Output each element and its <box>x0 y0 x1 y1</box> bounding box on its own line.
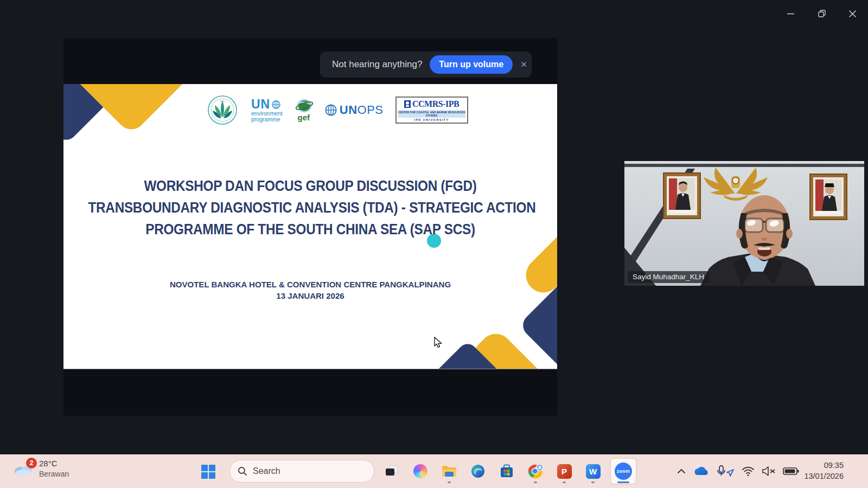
running-indicator <box>534 481 537 483</box>
tray-chevron-button[interactable] <box>677 468 686 474</box>
microphone-icon <box>718 466 725 476</box>
gef-logo: gef <box>295 99 313 122</box>
active-app-indicator <box>617 481 629 483</box>
zoom-app-button[interactable]: zoom <box>611 459 636 484</box>
microsoft-store-icon <box>500 464 514 478</box>
clock-date: 13/01/2026 <box>804 471 844 482</box>
search-icon <box>238 466 247 476</box>
unep-un-text: UN <box>251 98 270 111</box>
onedrive-button[interactable] <box>693 466 709 477</box>
zoom-label: zoom <box>617 468 630 474</box>
unops-ops-text: OPS <box>358 103 384 117</box>
volume-muted-button[interactable] <box>762 466 776 477</box>
word-button[interactable]: W <box>582 459 604 484</box>
microphone-location-button[interactable] <box>716 465 735 478</box>
slide-venue: NOVOTEL BANGKA HOTEL & CONVENTION CENTRE… <box>71 279 550 301</box>
system-tray <box>677 454 799 488</box>
task-view-button[interactable] <box>381 459 403 484</box>
gef-label: gef <box>298 113 310 122</box>
klh-ministry-logo-icon <box>208 95 237 125</box>
participant-name-label: Sayid Muhadhar_KLH <box>628 271 709 283</box>
slide-title-line1: WORKSHOP DAN FOCUS GROUP DISCUSSION (FGD… <box>88 175 533 197</box>
chevron-up-icon <box>677 468 686 474</box>
slide-title-line3: PROGRAMME OF THE SOUTH CHINA SEA (SAP SC… <box>88 219 533 240</box>
file-explorer-icon <box>442 465 457 478</box>
banner-close-icon[interactable]: ✕ <box>520 60 527 69</box>
word-letter: W <box>589 467 597 476</box>
copilot-icon <box>413 464 427 478</box>
participant-video-scene <box>624 161 864 286</box>
restore-button[interactable] <box>806 0 837 27</box>
powerpoint-letter: P <box>561 467 567 476</box>
running-indicator <box>591 481 595 483</box>
window-controls <box>775 0 868 27</box>
powerpoint-button[interactable]: P <box>553 459 575 484</box>
running-indicator <box>448 481 451 483</box>
copilot-button[interactable] <box>410 459 431 484</box>
word-icon: W <box>586 464 601 479</box>
ipb-emblem-icon <box>404 100 411 108</box>
unops-un-text: UN <box>340 103 358 117</box>
wifi-icon <box>742 466 755 477</box>
microsoft-store-button[interactable] <box>496 459 518 484</box>
taskbar-apps: P W zoom <box>381 459 636 484</box>
search-placeholder: Search <box>253 466 280 476</box>
task-view-icon <box>385 465 398 477</box>
onedrive-icon <box>693 466 709 477</box>
ccmrs-ipb-logo: CCMRS-IPB CENTER FOR COASTAL AND MARINE … <box>395 97 468 124</box>
banner-message: Not hearing anything? <box>332 59 422 70</box>
windows-logo-icon <box>201 465 215 479</box>
clock-time: 09:35 <box>804 460 844 471</box>
running-indicator <box>563 481 566 483</box>
edge-button[interactable] <box>467 459 489 484</box>
presentation-slide: UN environment programme gef UNOPS CCMRS… <box>63 84 557 369</box>
taskbar-clock[interactable]: 09:35 13/01/2026 <box>804 454 844 488</box>
zoom-app-icon: zoom <box>615 463 632 480</box>
participant-video-tile[interactable]: Sayid Muhadhar_KLH <box>624 161 864 286</box>
slide-title-line2: TRANSBOUNDARY DIAGNOSTIC ANALYSIS (TDA) … <box>88 197 533 219</box>
partner-logos-row: UN environment programme gef UNOPS CCMRS… <box>208 94 468 126</box>
unep-line2: programme <box>251 117 283 123</box>
powerpoint-icon: P <box>557 464 572 479</box>
slide-title: WORKSHOP DAN FOCUS GROUP DISCUSSION (FGD… <box>88 175 533 240</box>
date-line: 13 JANUARI 2026 <box>71 290 550 301</box>
search-input[interactable]: Search <box>229 460 374 483</box>
audio-notification-banner: Not hearing anything? Turn up volume ✕ <box>320 52 532 78</box>
weather-widget[interactable]: 2 28°C Berawan <box>13 458 69 479</box>
location-arrow-icon <box>727 470 733 476</box>
close-button[interactable] <box>837 0 868 27</box>
turn-up-volume-button[interactable]: Turn up volume <box>430 55 513 74</box>
venue-line: NOVOTEL BANGKA HOTEL & CONVENTION CENTRE… <box>71 279 550 290</box>
chrome-button[interactable] <box>525 459 546 484</box>
taskbar: 2 28°C Berawan Search <box>0 454 868 488</box>
minimize-button[interactable] <box>775 0 806 27</box>
portrait-right <box>810 174 847 220</box>
chrome-icon <box>527 463 544 479</box>
file-explorer-button[interactable] <box>438 459 460 484</box>
minimize-icon <box>787 10 794 17</box>
unops-logo: UNOPS <box>325 103 384 117</box>
ccmrs-subtitle: CENTER FOR COASTAL AND MARINE RESOURCES … <box>398 110 465 118</box>
wifi-button[interactable] <box>742 466 755 477</box>
weather-condition: Berawan <box>39 469 69 479</box>
battery-icon <box>783 467 799 476</box>
unep-line1: environment <box>251 111 283 117</box>
weather-temperature: 28°C <box>39 458 69 469</box>
restore-icon <box>818 10 826 17</box>
portrait-left <box>663 173 700 219</box>
start-button[interactable] <box>197 461 219 483</box>
un-emblem-icon <box>272 100 280 109</box>
unep-logo: UN environment programme <box>249 98 283 122</box>
close-icon <box>849 10 856 17</box>
battery-button[interactable] <box>783 467 799 476</box>
ccmrs-university: IPB UNIVERSITY <box>398 118 465 121</box>
ccmrs-title: CCMRS-IPB <box>412 99 459 109</box>
notification-badge: 2 <box>26 458 37 468</box>
volume-muted-icon <box>762 466 776 477</box>
edge-icon <box>471 464 485 478</box>
mouse-cursor-icon <box>433 337 444 349</box>
un-emblem-icon <box>325 104 337 116</box>
